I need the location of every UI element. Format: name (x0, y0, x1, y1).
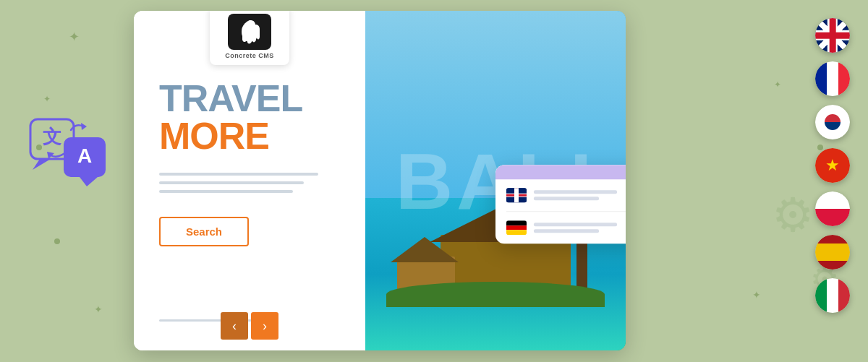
flag-korea-button[interactable] (815, 105, 850, 139)
carousel-nav: ‹ › (221, 312, 278, 340)
flags-column: ★ (815, 18, 850, 313)
text-line (159, 173, 318, 176)
lang-row-en (506, 188, 626, 202)
website-mockup: Concrete CMS TRAVEL MORE Search ‹ › Home… (134, 11, 626, 350)
hero-text: TRAVEL MORE (159, 79, 340, 155)
translation-popup-card (495, 165, 626, 244)
line (534, 190, 617, 194)
svg-text:A: A (77, 145, 92, 167)
flag-poland-button[interactable] (815, 191, 850, 226)
svg-rect-9 (242, 32, 245, 40)
star-decor: ✦ (43, 94, 51, 104)
svg-marker-1 (33, 159, 51, 170)
mockup-right-panel: Home About Tours Prices Contact (365, 11, 626, 350)
flag-uk-button[interactable] (815, 18, 850, 53)
lang-row-de (506, 220, 626, 235)
headline-line2: MORE (159, 117, 340, 155)
flag-italy-button[interactable] (815, 278, 850, 313)
card-header (495, 165, 626, 179)
cms-logo: Concrete CMS (210, 11, 289, 65)
text-line (159, 190, 293, 193)
star-decor: ✦ (752, 289, 761, 301)
svg-marker-6 (81, 123, 87, 130)
svg-text:文: 文 (43, 126, 61, 147)
card-divider (506, 211, 626, 212)
flag-uk-small (506, 188, 527, 202)
flag-de-small (506, 220, 527, 235)
line (534, 223, 617, 226)
gear-decor: ⚙ (772, 188, 814, 242)
svg-marker-4 (80, 177, 98, 186)
prev-arrow[interactable]: ‹ (221, 312, 248, 340)
search-button[interactable]: Search (159, 217, 249, 246)
svg-rect-10 (254, 32, 257, 39)
dot-decor (54, 238, 60, 244)
logo-hand-icon (228, 14, 271, 50)
lang-en-lines (534, 190, 626, 200)
flag-china-button[interactable]: ★ (815, 148, 850, 183)
side-roof (391, 237, 459, 262)
star-decor: ✦ (94, 303, 103, 315)
flag-spain-button[interactable] (815, 235, 850, 270)
headline-line1: TRAVEL (159, 79, 340, 117)
line (534, 229, 599, 233)
translate-icon: 文 A (29, 116, 109, 188)
card-body (495, 179, 626, 244)
flag-france-button[interactable] (815, 61, 850, 96)
text-line (159, 181, 304, 184)
star-decor: ✦ (774, 79, 781, 90)
line (534, 197, 599, 200)
star-decor: ✦ (69, 29, 80, 45)
lang-de-lines (534, 223, 626, 233)
vegetation (386, 282, 605, 307)
placeholder-lines (159, 173, 340, 193)
mockup-left-panel: Concrete CMS TRAVEL MORE Search ‹ › (134, 11, 365, 350)
logo-label: Concrete CMS (225, 52, 274, 59)
next-arrow[interactable]: › (251, 312, 278, 340)
